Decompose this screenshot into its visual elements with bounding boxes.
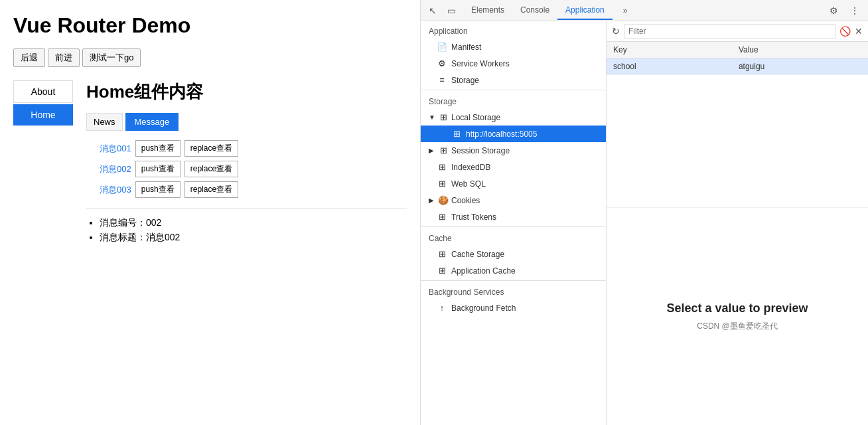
background-fetch-label: Background Fetch <box>451 303 516 313</box>
devtools-main: ↻ 🚫 ✕ Key Value school atguigu <box>607 21 868 425</box>
devtools-panel: ↖ ▭ Elements Console Application » ⚙ ⋮ A… <box>421 0 868 425</box>
web-sql-icon: ⊞ <box>437 179 447 189</box>
detail-item-2: 消息标题：消息002 <box>100 232 407 244</box>
sidebar-item-storage[interactable]: ≡ Storage <box>421 72 606 88</box>
back-button[interactable]: 后退 <box>13 48 45 67</box>
forward-button[interactable]: 前进 <box>48 48 80 67</box>
sidebar-item-service-workers[interactable]: ⚙ Service Workers <box>421 55 606 72</box>
divider-3 <box>421 280 606 281</box>
content-divider <box>86 209 407 209</box>
test-button[interactable]: 测试一下go <box>82 48 141 67</box>
more-options-icon[interactable]: ⋮ <box>847 3 863 19</box>
settings-icon[interactable]: ⚙ <box>826 3 841 19</box>
tab-elements[interactable]: Elements <box>463 1 512 20</box>
trust-tokens-label: Trust Tokens <box>451 212 496 222</box>
sidebar-item-background-fetch[interactable]: ↑ Background Fetch <box>421 299 606 316</box>
cache-storage-label: Cache Storage <box>451 250 504 259</box>
sidebar-item-web-sql[interactable]: ⊞ Web SQL <box>421 175 606 192</box>
indexeddb-label: IndexedDB <box>451 163 490 172</box>
devtools-sidebar: Application 📄 Manifest ⚙ Service Workers… <box>421 21 607 425</box>
push-btn-1[interactable]: push查看 <box>135 140 181 157</box>
background-fetch-icon: ↑ <box>437 303 447 313</box>
preview-panel: Select a value to preview CSDN @墨鱼爱吃圣代 <box>607 208 868 425</box>
about-nav-button[interactable]: About <box>13 80 73 103</box>
app-title: Vue Router Demo <box>13 13 407 38</box>
localhost-icon: ⊞ <box>451 129 462 139</box>
session-storage-icon: ⊞ <box>438 145 449 155</box>
cell-value: atguigu <box>732 58 868 75</box>
sidebar-item-manifest[interactable]: 📄 Manifest <box>421 39 606 55</box>
preview-sub: CSDN @墨鱼爱吃圣代 <box>697 321 778 332</box>
devtools-body: Application 📄 Manifest ⚙ Service Workers… <box>421 21 868 425</box>
tab-console[interactable]: Console <box>512 1 557 20</box>
cache-storage-icon: ⊞ <box>437 249 447 259</box>
app-panel: Vue Router Demo 后退 前进 测试一下go About Home … <box>0 0 421 425</box>
cell-key-empty <box>607 75 732 208</box>
push-btn-3[interactable]: push查看 <box>135 181 181 198</box>
message-list: 消息001 push查看 replace查看 消息002 push查看 repl… <box>86 140 407 198</box>
device-icon[interactable]: ▭ <box>445 4 458 17</box>
divider-2 <box>421 226 606 227</box>
app-sidebar-nav: About Home <box>13 80 73 246</box>
nav-buttons: 后退 前进 测试一下go <box>13 48 407 67</box>
manifest-icon: 📄 <box>437 42 447 52</box>
replace-btn-3[interactable]: replace查看 <box>184 181 238 198</box>
localhost-label: http://localhost:5005 <box>466 129 537 139</box>
push-btn-2[interactable]: push查看 <box>135 161 181 177</box>
web-sql-label: Web SQL <box>451 179 486 189</box>
table-row-empty[interactable] <box>607 75 868 208</box>
local-storage-label: Local Storage <box>451 113 500 122</box>
replace-btn-1[interactable]: replace查看 <box>184 140 238 157</box>
cookies-label: Cookies <box>451 196 480 205</box>
sidebar-item-cache-storage[interactable]: ⊞ Cache Storage <box>421 246 606 262</box>
local-storage-group[interactable]: ▼ ⊞ Local Storage <box>421 109 606 126</box>
tab-news[interactable]: News <box>86 113 123 131</box>
col-value: Value <box>732 42 868 58</box>
sidebar-item-trust-tokens[interactable]: ⊞ Trust Tokens <box>421 209 606 225</box>
tab-message[interactable]: Message <box>125 113 179 131</box>
content-tabs: News Message <box>86 113 407 131</box>
indexeddb-icon: ⊞ <box>437 162 447 172</box>
clear-icon[interactable]: 🚫 <box>839 26 851 37</box>
refresh-icon[interactable]: ↻ <box>612 26 620 37</box>
tab-application[interactable]: Application <box>557 1 613 20</box>
cursor-icon[interactable]: ↖ <box>426 4 439 17</box>
cookies-expand-icon: ▶ <box>429 197 435 204</box>
col-key: Key <box>607 42 732 58</box>
cookies-group[interactable]: ▶ 🍪 Cookies <box>421 192 606 209</box>
message-link-2[interactable]: 消息002 <box>100 163 131 175</box>
preview-text: Select a value to preview <box>666 301 808 315</box>
table-header-row: Key Value <box>607 42 868 58</box>
application-cache-icon: ⊞ <box>437 266 447 276</box>
local-storage-expand-icon: ▼ <box>429 114 435 121</box>
section-cache: Cache <box>421 228 606 246</box>
local-storage-icon: ⊞ <box>438 112 449 122</box>
sidebar-item-manifest-label: Manifest <box>451 42 481 52</box>
service-workers-icon: ⚙ <box>437 58 447 68</box>
cell-value-empty <box>732 75 868 208</box>
sidebar-item-application-cache[interactable]: ⊞ Application Cache <box>421 262 606 279</box>
detail-list: 消息编号：002 消息标题：消息002 <box>86 217 407 244</box>
list-item: 消息002 push查看 replace查看 <box>100 161 407 177</box>
session-storage-label: Session Storage <box>451 146 510 155</box>
tab-more-button[interactable]: » <box>618 2 633 19</box>
devtools-tabs: Elements Console Application <box>463 1 613 20</box>
replace-btn-2[interactable]: replace查看 <box>184 161 238 177</box>
table-row[interactable]: school atguigu <box>607 58 868 75</box>
main-content: Home组件内容 News Message 消息001 push查看 repla… <box>86 80 407 246</box>
trust-tokens-icon: ⊞ <box>437 212 447 222</box>
sidebar-item-indexeddb[interactable]: ⊞ IndexedDB <box>421 159 606 175</box>
devtools-toolbar: ↻ 🚫 ✕ <box>607 21 868 42</box>
cell-key: school <box>607 58 732 75</box>
message-link-1[interactable]: 消息001 <box>100 143 131 155</box>
main-heading: Home组件内容 <box>86 80 407 104</box>
home-nav-button[interactable]: Home <box>13 104 73 126</box>
list-item: 消息003 push查看 replace查看 <box>100 181 407 198</box>
sidebar-item-service-workers-label: Service Workers <box>451 59 510 68</box>
session-storage-group[interactable]: ▶ ⊞ Session Storage <box>421 142 606 159</box>
message-link-3[interactable]: 消息003 <box>100 184 131 196</box>
close-icon[interactable]: ✕ <box>855 26 863 37</box>
filter-input[interactable] <box>624 24 835 39</box>
sidebar-item-localhost[interactable]: ⊞ http://localhost:5005 <box>421 126 606 142</box>
content-area: About Home Home组件内容 News Message 消息001 p… <box>13 80 407 246</box>
